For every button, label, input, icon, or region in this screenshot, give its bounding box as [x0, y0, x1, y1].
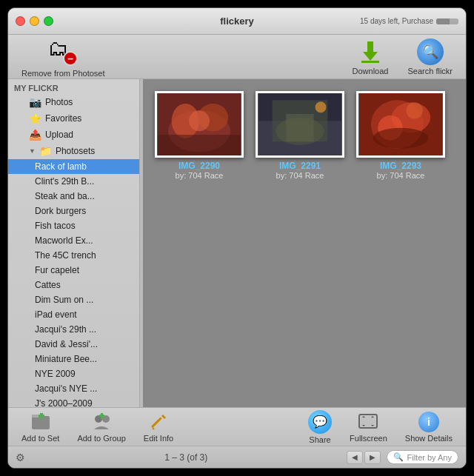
- photosets-disclosure: [29, 147, 36, 155]
- search-flickr-button[interactable]: 🔍 Search flickr: [401, 36, 458, 78]
- sidebar-item-steak-and-ba[interactable]: Steak and ba...: [8, 189, 139, 204]
- edit-info-button[interactable]: Edit Info: [136, 410, 181, 444]
- main-toolbar: 🗂 – Remove from Photoset Download 🔍 Sear…: [8, 35, 466, 79]
- photo-thumb-img2290: [155, 91, 244, 158]
- sidebar-item-fish-tacos[interactable]: Fish tacos: [8, 218, 139, 233]
- add-to-group-label: Add to Group: [77, 434, 125, 443]
- sidebar-item-photos[interactable]: 📷 Photos: [8, 94, 139, 110]
- svg-point-20: [406, 102, 422, 118]
- svg-line-31: [153, 428, 154, 429]
- add-to-set-button[interactable]: Add to Set: [14, 410, 67, 444]
- steak-label: Steak and ba...: [35, 191, 95, 201]
- fullscreen-label: Fullscreen: [350, 434, 387, 443]
- sidebar-item-rack-of-lamb[interactable]: Rack of lamb: [8, 159, 139, 174]
- add-to-set-label: Add to Set: [21, 434, 59, 443]
- photo-author-img2290: by: 704 Race: [176, 171, 224, 180]
- svg-marker-30: [161, 415, 166, 419]
- photo-title-img2290: IMG_2290: [178, 161, 220, 171]
- sidebar-item-favorites[interactable]: ⭐ Favorites: [8, 110, 139, 127]
- sidebar-item-fur-capelet[interactable]: Fur capelet: [8, 263, 139, 278]
- trial-info: 15 days left, Purchase: [360, 17, 458, 25]
- clints-29th-label: Clint's 29th B...: [35, 176, 94, 187]
- svg-point-12: [316, 101, 327, 113]
- svg-rect-33: [361, 416, 375, 426]
- add-to-group-button[interactable]: Add to Group: [70, 410, 133, 444]
- photo-grid[interactable]: IMG_2290 by: 704 Race IMG_2291 by: 704 R…: [143, 79, 466, 407]
- download-label: Download: [353, 67, 389, 76]
- download-button[interactable]: Download: [347, 36, 395, 78]
- sidebar-item-clints-29th[interactable]: Clint's 29th B...: [8, 174, 139, 189]
- svg-rect-24: [39, 415, 44, 418]
- photo-item-img2293[interactable]: IMG_2293 by: 704 Race: [356, 91, 445, 180]
- trial-text: 15 days left, Purchase: [360, 17, 433, 25]
- show-details-button[interactable]: i Show Details: [398, 410, 460, 444]
- photo-thumb-img2293: [356, 91, 445, 158]
- svg-rect-28: [99, 415, 104, 417]
- sidebar-scroll[interactable]: MY FLICKR 📷 Photos ⭐ Favorites 📤 Upload …: [8, 79, 139, 407]
- fish-tacos-label: Fish tacos: [35, 221, 76, 231]
- sidebar-item-nye-2009[interactable]: NYE 2009: [8, 366, 139, 381]
- filter-search[interactable]: 🔍 Filter by Any: [387, 450, 458, 464]
- pagination-nav: ◀ ▶: [347, 451, 381, 464]
- svg-rect-29: [151, 417, 162, 428]
- photos-icon: 📷: [29, 96, 41, 108]
- share-button[interactable]: 💬 Share: [301, 409, 339, 446]
- next-button[interactable]: ▶: [364, 451, 381, 464]
- svg-point-8: [189, 110, 210, 131]
- sidebar-item-photosets[interactable]: 📁 Photosets: [8, 143, 139, 159]
- sidebar-item-macworld[interactable]: Macworld Ex...: [8, 233, 139, 248]
- search-flickr-icon: 🔍: [417, 38, 444, 65]
- remove-from-photoset-button[interactable]: 🗂 – Remove from Photoset: [16, 33, 111, 81]
- prev-button[interactable]: ◀: [347, 451, 363, 464]
- trial-bar: [436, 19, 458, 24]
- photo-item-img2291[interactable]: IMG_2291 by: 704 Race: [256, 91, 344, 180]
- minimize-button[interactable]: [30, 16, 39, 26]
- sidebar-item-cattes[interactable]: Cattes: [8, 278, 139, 292]
- svg-point-14: [276, 118, 324, 145]
- close-button[interactable]: [16, 16, 25, 26]
- remove-icon: 🗂 –: [48, 36, 78, 66]
- sidebar-item-ipad-event[interactable]: iPad event: [8, 307, 139, 322]
- settings-gear-button[interactable]: ⚙: [16, 452, 25, 463]
- miniature-bee-label: Miniature Bee...: [35, 354, 97, 364]
- svg-rect-2: [361, 61, 379, 63]
- svg-marker-1: [363, 52, 378, 61]
- svg-point-19: [373, 128, 429, 149]
- download-icon: [357, 38, 384, 65]
- sidebar-item-dim-sum[interactable]: Dim Sum on ...: [8, 292, 139, 307]
- trial-bar-fill: [436, 19, 450, 24]
- sidebar-item-trench[interactable]: The 45C trench: [8, 248, 139, 263]
- sidebar-item-jacquis-nye[interactable]: Jacqui's NYE ...: [8, 381, 139, 396]
- sidebar-item-jacquis-29th[interactable]: Jacqui's 29th ...: [8, 322, 139, 337]
- photo-item-img2290[interactable]: IMG_2290 by: 704 Race: [155, 91, 244, 180]
- photo-count: 1 – 3 (of 3): [31, 452, 341, 463]
- ipad-event-label: iPad event: [35, 309, 77, 320]
- minus-circle-icon: –: [63, 51, 78, 66]
- titlebar: flickery 15 days left, Purchase: [8, 8, 466, 35]
- photo-title-img2293: IMG_2293: [380, 161, 421, 171]
- sidebar-item-miniature-bee[interactable]: Miniature Bee...: [8, 352, 139, 366]
- bottom-toolbar: Add to Set Add to Group: [8, 407, 466, 446]
- photosets-icon: 📁: [39, 145, 52, 157]
- sidebar-item-js-2000[interactable]: J's 2000–2009: [8, 396, 139, 407]
- nye-2009-label: NYE 2009: [35, 369, 76, 379]
- edit-info-label: Edit Info: [144, 434, 173, 443]
- search-icon: 🔍: [393, 452, 404, 462]
- sidebar-item-david-jess[interactable]: David & Jessi'...: [8, 337, 139, 352]
- upload-icon: 📤: [29, 129, 41, 141]
- add-to-group-icon: [91, 412, 112, 432]
- maximize-button[interactable]: [44, 16, 53, 26]
- fullscreen-button[interactable]: Fullscreen: [342, 410, 395, 444]
- rack-of-lamb-label: Rack of lamb: [35, 161, 87, 172]
- svg-rect-7: [158, 135, 241, 155]
- sidebar-item-dork-burgers[interactable]: Dork burgers: [8, 204, 139, 218]
- photo-author-img2293: by: 704 Race: [377, 171, 425, 180]
- window-title: flickery: [220, 16, 254, 27]
- fur-capelet-label: Fur capelet: [35, 265, 79, 275]
- favorites-icon: ⭐: [29, 113, 41, 124]
- edit-info-icon: [148, 412, 169, 432]
- jacquis-nye-label: Jacqui's NYE ...: [35, 383, 97, 394]
- sidebar-section-header: MY FLICKR: [8, 79, 139, 94]
- sidebar-item-upload[interactable]: 📤 Upload: [8, 127, 139, 143]
- remove-label: Remove from Photoset: [21, 69, 105, 78]
